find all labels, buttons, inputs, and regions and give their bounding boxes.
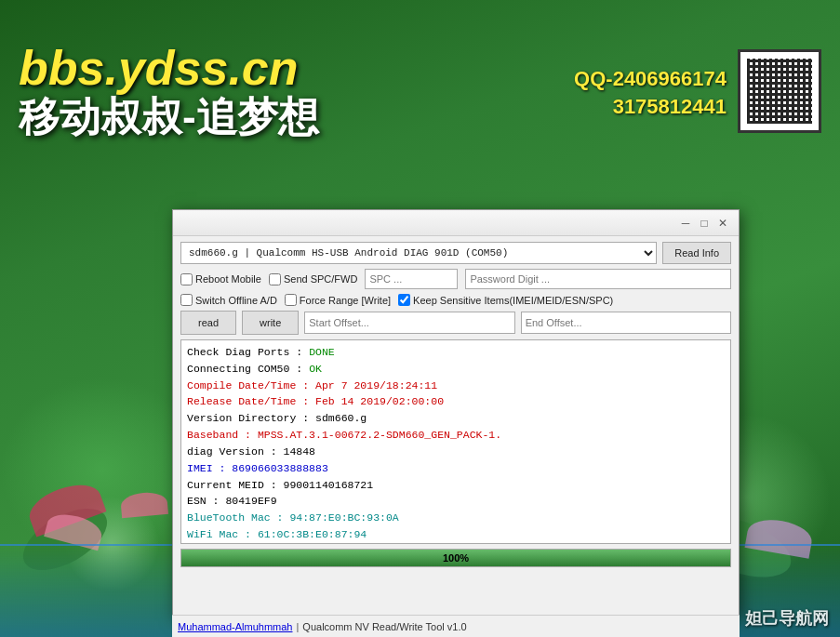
bottom-logo: 妲己导航网 bbox=[745, 607, 829, 630]
log-line: Min : 1111110111 bbox=[187, 543, 725, 544]
options-row1: Reboot Mobile Send SPC/FWD bbox=[180, 269, 731, 289]
subtitle: 移动叔叔-追梦想 bbox=[19, 95, 574, 139]
switch-offline-checkbox[interactable] bbox=[180, 294, 193, 306]
reboot-mobile-checkbox[interactable] bbox=[180, 273, 193, 285]
spc-input[interactable] bbox=[365, 269, 458, 289]
main-window: ─ □ ✕ sdm660.g | Qualcomm HS-USB Android… bbox=[172, 209, 740, 618]
qq-number1: QQ-2406966174 bbox=[574, 67, 727, 91]
qr-inner bbox=[747, 59, 812, 124]
title-bar: ─ □ ✕ bbox=[173, 210, 739, 236]
footer-separator: | bbox=[296, 621, 299, 632]
close-button[interactable]: ✕ bbox=[714, 215, 731, 232]
footer-tool-text: Qualcomm NV Read/Write Tool v1.0 bbox=[302, 621, 466, 632]
log-line: Compile Date/Time : Apr 7 2019/18:24:11 bbox=[187, 378, 725, 394]
device-row: sdm660.g | Qualcomm HS-USB Android DIAG … bbox=[180, 242, 731, 264]
force-range-checkbox[interactable] bbox=[285, 294, 297, 306]
header-text-block: bbs.ydss.cn 移动叔叔-追梦想 bbox=[19, 42, 574, 140]
window-content: sdm660.g | Qualcomm HS-USB Android DIAG … bbox=[173, 236, 739, 573]
qq-block: QQ-2406966174 3175812441 bbox=[574, 63, 727, 119]
minimize-button[interactable]: ─ bbox=[677, 215, 694, 232]
site-url: bbs.ydss.cn bbox=[19, 42, 574, 95]
start-offset-input[interactable] bbox=[304, 312, 514, 334]
options-row2: Switch Offline A/D Force Range [Write] K… bbox=[180, 294, 731, 306]
log-line: BlueTooth Mac : 94:87:E0:BC:93:0A bbox=[187, 510, 725, 526]
end-offset-input[interactable] bbox=[521, 312, 731, 334]
read-button[interactable]: read bbox=[180, 311, 236, 335]
rw-row: read write bbox=[180, 311, 731, 335]
log-line: Release Date/Time : Feb 14 2019/02:00:00 bbox=[187, 393, 725, 410]
send-spc-checkbox[interactable] bbox=[269, 273, 281, 285]
log-line: Baseband : MPSS.AT.3.1-00672.2-SDM660_GE… bbox=[187, 427, 725, 444]
log-area: Check Diag Ports : DONEConnecting COM50 … bbox=[180, 339, 731, 544]
reboot-mobile-label[interactable]: Reboot Mobile bbox=[180, 273, 261, 285]
keep-sensitive-label[interactable]: Keep Sensitive Items(IMEI/MEID/ESN/SPC) bbox=[398, 294, 613, 306]
header-banner: bbs.ydss.cn 移动叔叔-追梦想 QQ-2406966174 31758… bbox=[0, 0, 840, 181]
send-spc-label[interactable]: Send SPC/FWD bbox=[269, 273, 357, 285]
password-input[interactable] bbox=[465, 269, 731, 289]
force-range-label[interactable]: Force Range [Write] bbox=[285, 294, 391, 306]
log-line: diag Version : 14848 bbox=[187, 444, 725, 460]
qr-code bbox=[738, 49, 821, 133]
log-line: Check Diag Ports : DONE bbox=[187, 344, 725, 361]
switch-offline-label[interactable]: Switch Offline A/D bbox=[180, 294, 277, 306]
maximize-button[interactable]: □ bbox=[696, 215, 713, 232]
read-info-button[interactable]: Read Info bbox=[662, 242, 731, 264]
log-line: WiFi Mac : 61:0C:3B:E0:87:94 bbox=[187, 526, 725, 543]
keep-sensitive-checkbox[interactable] bbox=[398, 294, 410, 306]
log-line: Current MEID : 99001140168721 bbox=[187, 477, 725, 494]
log-line: Connecting COM50 : OK bbox=[187, 361, 725, 378]
log-line: ESN : 80419EF9 bbox=[187, 493, 725, 510]
log-line: IMEI : 869066033888883 bbox=[187, 460, 725, 477]
progress-bar-container: 100% bbox=[180, 549, 731, 567]
footer-link[interactable]: Muhammad-Almuhmmah bbox=[178, 621, 292, 632]
progress-label: 100% bbox=[443, 552, 469, 564]
write-button[interactable]: write bbox=[242, 311, 299, 335]
qq-number2: 3175812441 bbox=[613, 95, 727, 119]
log-line: Version Directory : sdm660.g bbox=[187, 410, 725, 427]
footer-bar: Muhammad-Almuhmmah | Qualcomm NV Read/Wr… bbox=[172, 615, 740, 637]
device-select[interactable]: sdm660.g | Qualcomm HS-USB Android DIAG … bbox=[180, 242, 657, 264]
